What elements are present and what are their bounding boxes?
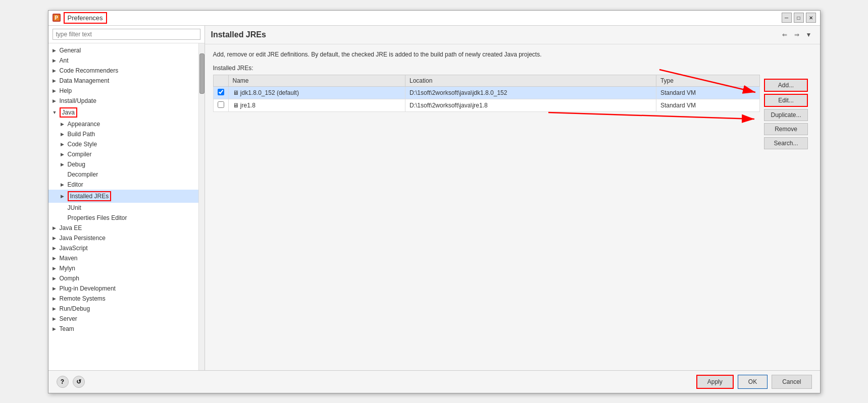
minimize-button[interactable]: ─	[782, 13, 792, 23]
jre-location: D:\1soft\2worksoft\java\jre1.8	[405, 99, 656, 112]
apply-button[interactable]: Apply	[696, 375, 734, 389]
sidebar-item-label: Code Style	[68, 141, 97, 148]
sidebar-item-label: Remote Systems	[60, 295, 106, 302]
sidebar-item-code-style[interactable]: ▶ Code Style	[48, 139, 198, 149]
sidebar-item-remote-systems[interactable]: ▶ Remote Systems	[48, 294, 198, 304]
nav-menu-button[interactable]: ▼	[804, 30, 814, 40]
jre-location: D:\1soft\2worksoft\java\jdk1.8.0_152	[405, 87, 656, 99]
sidebar-item-label: Java	[60, 107, 77, 118]
remove-button[interactable]: Remove	[764, 123, 807, 135]
sidebar-item-label: Run/Debug	[60, 305, 90, 312]
sidebar-item-label: Plug-in Development	[60, 285, 116, 292]
window-title: Preferences	[64, 12, 107, 24]
arrow-icon: ▶	[53, 48, 58, 53]
jre-checkbox[interactable]	[218, 89, 224, 95]
arrow-icon	[61, 172, 66, 177]
sidebar-item-team[interactable]: ▶ Team	[48, 324, 198, 334]
sidebar-item-mylyn[interactable]: ▶ Mylyn	[48, 263, 198, 273]
sidebar-item-ant[interactable]: ▶ Ant	[48, 55, 198, 66]
help-button[interactable]: ?	[57, 376, 69, 388]
tree-scroll-wrapper: ▶ General ▶ Ant ▶ Code Recommenders ▶ Da…	[48, 43, 205, 370]
duplicate-button[interactable]: Duplicate...	[764, 109, 807, 121]
col-header-name: Name	[228, 75, 405, 87]
sidebar-item-label: JavaScript	[60, 245, 88, 252]
sidebar-item-java-ee[interactable]: ▶ Java EE	[48, 223, 198, 233]
arrow-icon: ▶	[61, 194, 66, 199]
sidebar-item-maven[interactable]: ▶ Maven	[48, 253, 198, 263]
sidebar-item-help[interactable]: ▶ Help	[48, 86, 198, 96]
jre-icon: 🖥	[233, 102, 240, 109]
table-row[interactable]: 🖥 jre1.8 D:\1soft\2worksoft\java\jre1.8 …	[213, 99, 760, 112]
sidebar-item-server[interactable]: ▶ Server	[48, 314, 198, 324]
arrow-icon: ▶	[53, 286, 58, 291]
sidebar-item-general[interactable]: ▶ General	[48, 45, 198, 55]
defaults-button[interactable]: ↺	[73, 376, 85, 388]
nav-back-button[interactable]: ⇒	[792, 30, 802, 40]
sidebar-item-label: Server	[60, 315, 77, 322]
edit-button[interactable]: Edit...	[764, 94, 807, 107]
col-header-checkbox	[213, 75, 228, 87]
right-panel-wrapper: Installed JREs ⇐ ⇒ ▼ Add, remove or edit…	[205, 26, 820, 370]
row-checkbox[interactable]	[213, 87, 228, 99]
sidebar-item-run-debug[interactable]: ▶ Run/Debug	[48, 304, 198, 314]
sidebar-item-plug-in-development[interactable]: ▶ Plug-in Development	[48, 283, 198, 294]
sidebar-item-data-management[interactable]: ▶ Data Management	[48, 76, 198, 86]
scroll-thumb[interactable]	[199, 53, 205, 94]
sidebar-item-label: Oomph	[60, 275, 79, 282]
title-bar: P Preferences ─ □ ✕	[48, 11, 820, 26]
footer-right: Apply OK Cancel	[696, 375, 812, 389]
cancel-button[interactable]: Cancel	[772, 375, 811, 389]
sidebar-item-install-update[interactable]: ▶ Install/Update	[48, 96, 198, 106]
close-button[interactable]: ✕	[806, 13, 816, 23]
sidebar-item-label: Debug	[68, 161, 85, 168]
jre-table: Name Location Type	[213, 75, 760, 112]
sidebar-item-build-path[interactable]: ▶ Build Path	[48, 129, 198, 139]
arrow-icon: ▶	[53, 276, 58, 281]
sidebar-item-installed-jres[interactable]: ▶ Installed JREs	[48, 190, 198, 203]
content-header: Installed JREs ⇐ ⇒ ▼	[205, 26, 820, 44]
sidebar-item-java-persistence[interactable]: ▶ Java Persistence	[48, 233, 198, 243]
jre-name-label: jre1.8	[240, 102, 256, 109]
search-button[interactable]: Search...	[764, 137, 807, 149]
maximize-button[interactable]: □	[794, 13, 804, 23]
arrow-icon: ▶	[61, 142, 66, 147]
sidebar-item-label: Properties Files Editor	[68, 214, 127, 221]
sidebar-item-junit[interactable]: JUnit	[48, 203, 198, 213]
page-title: Installed JREs	[211, 30, 266, 39]
content-body: Add, remove or edit JRE definitions. By …	[205, 44, 820, 370]
sidebar-item-label: Appearance	[68, 121, 100, 128]
sidebar-item-decompiler[interactable]: Decompiler	[48, 169, 198, 180]
sidebar-item-properties-files-editor[interactable]: Properties Files Editor	[48, 213, 198, 223]
sidebar-item-label: Help	[60, 87, 72, 94]
side-buttons: Add... Edit... Duplicate... Remove Searc…	[760, 75, 811, 153]
sidebar-item-label: Mylyn	[60, 265, 75, 272]
table-row[interactable]: 🖥 jdk1.8.0_152 (default) D:\1soft\2works…	[213, 87, 760, 99]
arrow-icon: ▶	[53, 68, 58, 73]
nav-forward-button[interactable]: ⇐	[780, 30, 790, 40]
sidebar-item-compiler[interactable]: ▶ Compiler	[48, 149, 198, 159]
sidebar-item-editor[interactable]: ▶ Editor	[48, 180, 198, 190]
arrow-icon: ▶	[61, 132, 66, 137]
arrow-icon: ▶	[53, 98, 58, 103]
sidebar-item-appearance[interactable]: ▶ Appearance	[48, 119, 198, 129]
window-body: ▶ General ▶ Ant ▶ Code Recommenders ▶ Da…	[48, 26, 820, 370]
jre-checkbox[interactable]	[218, 101, 224, 108]
installed-jres-label: Installed JREs:	[213, 65, 812, 72]
sidebar-item-code-recommenders[interactable]: ▶ Code Recommenders	[48, 66, 198, 76]
search-input[interactable]	[53, 29, 200, 40]
tree-container: ▶ General ▶ Ant ▶ Code Recommenders ▶ Da…	[48, 43, 198, 370]
sidebar-item-java[interactable]: ▼ Java	[48, 106, 198, 119]
sidebar-item-label: JUnit	[68, 204, 81, 211]
sidebar-item-debug[interactable]: ▶ Debug	[48, 159, 198, 169]
ok-button[interactable]: OK	[738, 375, 768, 389]
row-checkbox[interactable]	[213, 99, 228, 112]
jre-name: 🖥 jdk1.8.0_152 (default)	[228, 87, 405, 99]
jre-name: 🖥 jre1.8	[228, 99, 405, 112]
add-button[interactable]: Add...	[764, 79, 807, 92]
arrow-icon: ▶	[61, 152, 66, 157]
arrow-icon: ▶	[53, 88, 58, 93]
sidebar-item-javascript[interactable]: ▶ JavaScript	[48, 243, 198, 253]
sidebar-scrollbar[interactable]	[198, 43, 205, 370]
arrow-icon: ▶	[53, 236, 58, 241]
sidebar-item-oomph[interactable]: ▶ Oomph	[48, 273, 198, 283]
